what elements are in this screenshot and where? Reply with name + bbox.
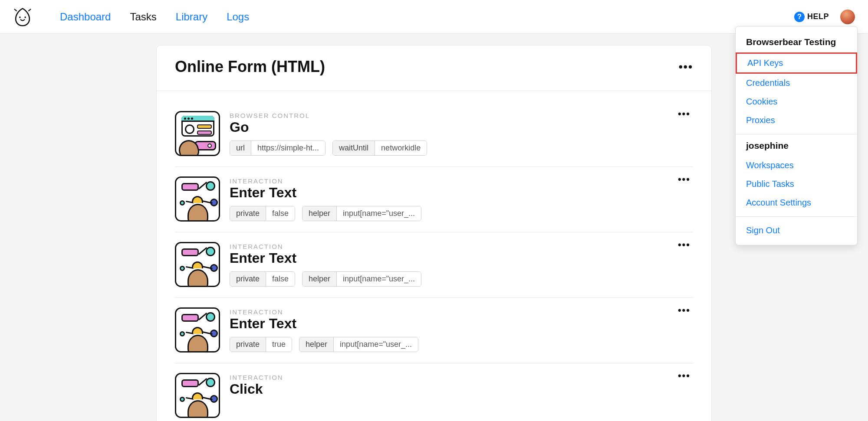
step-category: INTERACTION	[230, 308, 418, 316]
task-menu-button[interactable]: •••	[679, 60, 693, 74]
interaction-icon	[175, 373, 220, 418]
tag: helperinput[name="user_...	[299, 337, 418, 352]
dropdown-link-proxies[interactable]: Proxies	[736, 111, 857, 130]
tag: privatefalse	[230, 206, 295, 221]
dropdown-link-cookies[interactable]: Cookies	[736, 92, 857, 111]
tag: privatetrue	[230, 337, 292, 352]
nav-library[interactable]: Library	[176, 11, 207, 23]
dropdown-signout[interactable]: Sign Out	[736, 221, 857, 240]
tag: urlhttps://simple-ht...	[230, 140, 326, 156]
step-tags: urlhttps://simple-ht...waitUntilnetworki…	[230, 140, 427, 156]
tag-key: url	[230, 141, 251, 155]
tag-key: private	[230, 272, 266, 286]
nav-logs[interactable]: Logs	[227, 11, 249, 23]
step-menu-button[interactable]: •••	[678, 239, 690, 251]
tag-key: waitUntil	[333, 141, 375, 155]
step-menu-button[interactable]: •••	[678, 174, 690, 185]
tag: waitUntilnetworkidle	[332, 140, 427, 156]
help-button[interactable]: ? HELP	[794, 12, 829, 22]
step-category: INTERACTION	[230, 374, 283, 381]
step-menu-button[interactable]: •••	[678, 305, 690, 316]
interaction-icon	[175, 307, 220, 352]
interaction-icon	[175, 176, 220, 222]
step-title: Enter Text	[230, 250, 421, 266]
svg-line-3	[29, 9, 30, 11]
task-card: Online Form (HTML) ••• BROWSER CONTROLGo…	[156, 45, 712, 421]
steps-list: BROWSER CONTROLGourlhttps://simple-ht...…	[157, 91, 711, 421]
step-row[interactable]: BROWSER CONTROLGourlhttps://simple-ht...…	[175, 101, 693, 166]
step-row[interactable]: INTERACTIONEnter Textprivatetruehelperin…	[175, 297, 693, 363]
step-title: Enter Text	[230, 185, 421, 201]
topbar-left: Dashboard Tasks Library Logs	[13, 7, 249, 26]
dropdown-user-title: josephine	[736, 139, 857, 156]
dropdown-link-account-settings[interactable]: Account Settings	[736, 193, 857, 212]
step-body: BROWSER CONTROLGourlhttps://simple-ht...…	[230, 111, 427, 156]
logo-icon[interactable]	[13, 7, 32, 26]
dropdown-link-api-keys[interactable]: API Keys	[736, 52, 857, 74]
step-tags: privatetruehelperinput[name="user_...	[230, 337, 418, 352]
dropdown-link-workspaces[interactable]: Workspaces	[736, 156, 857, 175]
step-body: INTERACTIONEnter Textprivatetruehelperin…	[230, 307, 418, 352]
tag-value: https://simple-ht...	[251, 141, 325, 155]
tag-key: helper	[302, 206, 337, 221]
tag: helperinput[name="user_...	[302, 206, 421, 221]
browser-go-icon	[175, 111, 220, 156]
step-row[interactable]: INTERACTIONEnter Textprivatefalsehelperi…	[175, 232, 693, 297]
tag-value: input[name="user_...	[334, 337, 418, 352]
step-tags: privatefalsehelperinput[name="user_...	[230, 206, 421, 221]
user-dropdown: Browserbear Testing API KeysCredentialsC…	[735, 26, 858, 245]
tag-value: true	[266, 337, 292, 352]
step-title: Click	[230, 381, 283, 397]
dropdown-link-public-tasks[interactable]: Public Tasks	[736, 175, 857, 193]
step-category: BROWSER CONTROL	[230, 112, 427, 119]
step-tags: privatefalsehelperinput[name="user_...	[230, 271, 421, 287]
step-body: INTERACTIONEnter Textprivatefalsehelperi…	[230, 176, 421, 221]
dropdown-divider	[736, 216, 857, 217]
svg-line-2	[15, 9, 16, 11]
task-title: Online Form (HTML)	[175, 58, 325, 76]
tag-value: input[name="user_...	[337, 206, 421, 221]
dropdown-divider	[736, 134, 857, 134]
step-category: INTERACTION	[230, 177, 421, 185]
help-label: HELP	[807, 12, 829, 21]
tag-value: networkidle	[375, 141, 427, 155]
tag-key: private	[230, 206, 266, 221]
nav-tasks[interactable]: Tasks	[130, 11, 156, 23]
dropdown-link-credentials[interactable]: Credentials	[736, 74, 857, 92]
step-menu-button[interactable]: •••	[678, 370, 690, 382]
step-category: INTERACTION	[230, 243, 421, 250]
avatar[interactable]	[840, 10, 855, 24]
tag-key: helper	[299, 337, 334, 352]
tag-value: false	[266, 206, 295, 221]
nav-dashboard[interactable]: Dashboard	[60, 11, 111, 23]
main-nav: Dashboard Tasks Library Logs	[60, 11, 249, 23]
tag: privatefalse	[230, 271, 295, 287]
step-body: INTERACTIONEnter Textprivatefalsehelperi…	[230, 242, 421, 287]
help-icon: ?	[794, 12, 805, 22]
svg-point-1	[24, 16, 26, 18]
tag: helperinput[name="user_...	[302, 271, 421, 287]
svg-point-0	[19, 16, 21, 18]
topbar-right: ? HELP	[794, 10, 855, 24]
tag-value: false	[266, 272, 295, 286]
step-menu-button[interactable]: •••	[678, 108, 690, 120]
step-row[interactable]: INTERACTIONEnter Textprivatefalsehelperi…	[175, 166, 693, 232]
step-body: INTERACTIONClick	[230, 373, 283, 397]
card-header: Online Form (HTML) •••	[157, 46, 711, 91]
tag-value: input[name="user_...	[337, 272, 421, 286]
step-row[interactable]: INTERACTIONClick•••	[175, 363, 693, 421]
interaction-icon	[175, 242, 220, 287]
step-title: Enter Text	[230, 316, 418, 332]
tag-key: helper	[302, 272, 337, 286]
dropdown-workspace-title: Browserbear Testing	[736, 35, 857, 52]
step-title: Go	[230, 119, 427, 135]
tag-key: private	[230, 337, 266, 352]
